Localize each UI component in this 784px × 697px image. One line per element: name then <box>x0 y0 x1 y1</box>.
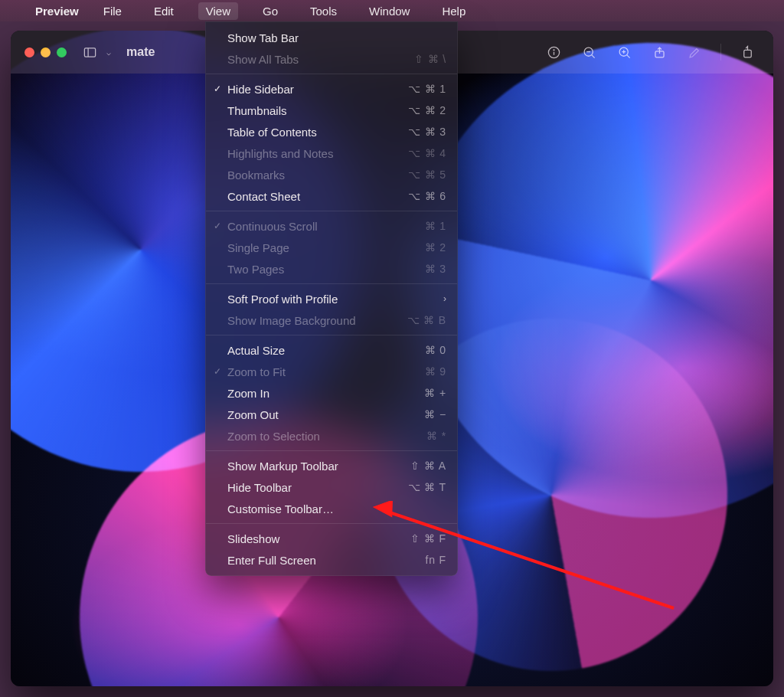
menu-item-shortcut: ⌘ 2 <box>417 241 446 254</box>
menu-item-shortcut: ⌥ ⌘ 4 <box>400 147 446 159</box>
menu-item-zoom-to-selection: Zoom to Selection⌘ * <box>206 425 457 447</box>
menu-item-label: Hide Sidebar <box>227 83 400 96</box>
menu-file[interactable]: File <box>96 2 129 20</box>
menu-item-label: Actual Size <box>227 344 417 357</box>
menu-item-label: Show Markup Toolbar <box>227 460 403 473</box>
menu-item-two-pages: Two Pages⌘ 3 <box>206 258 457 280</box>
menu-item-shortcut: ⇧ ⌘ F <box>403 532 446 545</box>
menu-item-shortcut: ⌘ 1 <box>417 220 446 232</box>
menu-edit[interactable]: Edit <box>146 2 181 20</box>
menu-item-label: Show Tab Bar <box>227 31 446 44</box>
menu-item-table-of-contents[interactable]: Table of Contents⌥ ⌘ 3 <box>206 121 457 142</box>
menu-item-continuous-scroll: ✓Continuous Scroll⌘ 1 <box>206 215 457 237</box>
menu-item-bookmarks: Bookmarks⌥ ⌘ 5 <box>206 164 457 185</box>
menu-item-label: Continuous Scroll <box>227 220 417 233</box>
menubar: Preview FileEditViewGoToolsWindowHelp <box>0 0 784 21</box>
menu-item-label: Single Page <box>227 241 417 254</box>
menu-item-shortcut: ⌘ 0 <box>417 344 446 356</box>
menu-item-label: Bookmarks <box>227 169 400 182</box>
menu-separator <box>206 523 457 524</box>
menu-separator <box>206 335 457 335</box>
menu-item-shortcut: ⌘ 9 <box>417 365 446 378</box>
menu-item-label: Show All Tabs <box>227 53 407 66</box>
menu-item-zoom-in[interactable]: Zoom In⌘ + <box>206 382 457 404</box>
menu-separator <box>206 211 457 211</box>
menu-item-enter-full-screen[interactable]: Enter Full Screenfn F <box>206 549 457 571</box>
menu-item-shortcut: ⌥ ⌘ 2 <box>400 104 446 116</box>
menu-item-shortcut: ⌘ 3 <box>417 263 446 275</box>
menu-window[interactable]: Window <box>361 2 417 20</box>
menu-item-zoom-to-fit: ✓Zoom to Fit⌘ 9 <box>206 361 457 382</box>
chevron-right-icon: › <box>443 293 446 304</box>
menu-item-shortcut: ⌥ ⌘ 1 <box>400 83 446 95</box>
menu-item-hide-toolbar[interactable]: Hide Toolbar⌥ ⌘ T <box>206 476 457 498</box>
menu-item-actual-size[interactable]: Actual Size⌘ 0 <box>206 339 457 361</box>
menu-item-shortcut: ⌥ ⌘ B <box>400 314 446 326</box>
menu-item-label: Table of Contents <box>227 126 400 139</box>
view-menu-dropdown: Show Tab BarShow All Tabs⇧ ⌘ \✓Hide Side… <box>205 21 458 576</box>
menu-item-shortcut: fn F <box>418 554 446 566</box>
menu-item-show-all-tabs: Show All Tabs⇧ ⌘ \ <box>206 48 457 70</box>
menu-item-shortcut: ⌥ ⌘ T <box>400 481 446 493</box>
check-icon: ✓ <box>214 221 221 231</box>
menu-item-label: Two Pages <box>227 263 417 276</box>
menu-item-single-page: Single Page⌘ 2 <box>206 237 457 258</box>
menu-item-soft-proof-with-profile[interactable]: Soft Proof with Profile› <box>206 288 457 309</box>
menu-item-shortcut: ⌘ * <box>419 430 446 442</box>
menu-item-label: Hide Toolbar <box>227 481 400 494</box>
menu-item-show-image-background: Show Image Background⌥ ⌘ B <box>206 309 457 331</box>
app-name[interactable]: Preview <box>35 5 79 18</box>
menu-item-slideshow[interactable]: Slideshow⇧ ⌘ F <box>206 528 457 549</box>
menu-item-label: Show Image Background <box>227 314 400 327</box>
menu-item-contact-sheet[interactable]: Contact Sheet⌥ ⌘ 6 <box>206 185 457 207</box>
menu-item-zoom-out[interactable]: Zoom Out⌘ − <box>206 404 457 425</box>
menu-item-thumbnails[interactable]: Thumbnails⌥ ⌘ 2 <box>206 100 457 121</box>
menu-item-label: Enter Full Screen <box>227 554 418 567</box>
check-icon: ✓ <box>214 83 221 94</box>
menu-item-label: Slideshow <box>227 532 403 545</box>
menu-item-shortcut: ⌘ + <box>416 387 446 399</box>
menu-item-label: Zoom Out <box>227 408 416 421</box>
check-icon: ✓ <box>214 366 221 377</box>
menu-item-label: Customise Toolbar… <box>227 502 446 515</box>
menu-item-shortcut: ⌥ ⌘ 6 <box>400 190 446 202</box>
menu-item-shortcut: ⌥ ⌘ 5 <box>400 169 446 181</box>
menu-separator <box>206 450 457 451</box>
menu-tools[interactable]: Tools <box>302 2 345 20</box>
menu-separator <box>206 283 457 284</box>
menu-item-label: Zoom to Selection <box>227 430 419 443</box>
menu-help[interactable]: Help <box>434 2 473 20</box>
menu-item-label: Zoom to Fit <box>227 365 417 378</box>
menu-item-label: Highlights and Notes <box>227 147 400 160</box>
menu-item-show-tab-bar[interactable]: Show Tab Bar <box>206 27 457 48</box>
menu-item-shortcut: ⇧ ⌘ \ <box>407 53 446 65</box>
menu-item-shortcut: ⌘ − <box>416 408 446 420</box>
menu-item-show-markup-toolbar[interactable]: Show Markup Toolbar⇧ ⌘ A <box>206 455 457 476</box>
menu-separator <box>206 74 457 74</box>
menu-item-hide-sidebar[interactable]: ✓Hide Sidebar⌥ ⌘ 1 <box>206 78 457 100</box>
menu-view[interactable]: View <box>198 2 238 20</box>
svg-rect-14 <box>743 50 751 57</box>
menu-go[interactable]: Go <box>255 2 286 20</box>
menu-item-label: Zoom In <box>227 387 416 400</box>
menu-item-shortcut: ⇧ ⌘ A <box>403 460 446 472</box>
menu-item-shortcut: ⌥ ⌘ 3 <box>400 126 446 138</box>
menu-item-label: Thumbnails <box>227 104 400 117</box>
menu-item-label: Contact Sheet <box>227 190 400 203</box>
menu-item-customise-toolbar[interactable]: Customise Toolbar… <box>206 498 457 519</box>
menu-item-highlights-and-notes: Highlights and Notes⌥ ⌘ 4 <box>206 142 457 164</box>
svg-point-4 <box>554 49 554 50</box>
menu-item-label: Soft Proof with Profile <box>227 293 437 306</box>
